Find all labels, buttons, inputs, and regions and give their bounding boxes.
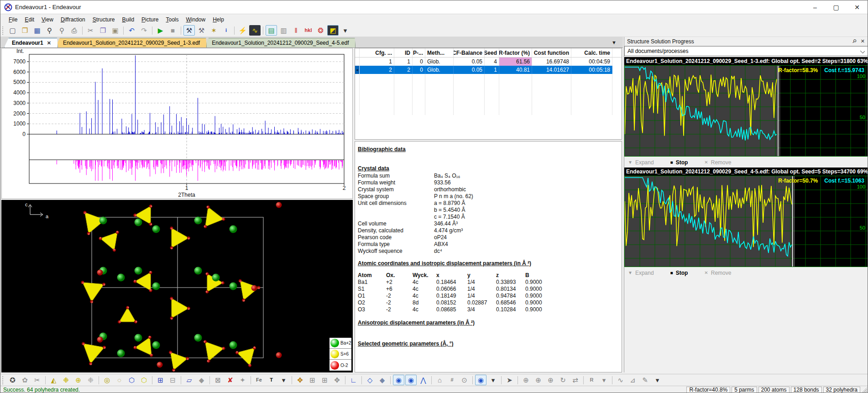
pencil-icon[interactable]: ✎ xyxy=(639,375,651,385)
render-sphere2-icon[interactable]: ◉ xyxy=(405,375,417,385)
toolbar-overflow-icon[interactable]: ▾ xyxy=(340,25,351,36)
menu-help[interactable]: Help xyxy=(209,16,228,24)
atom-dotted-icon[interactable]: ◌ xyxy=(114,375,125,385)
column-header-8[interactable]: Calc. time xyxy=(571,48,612,57)
remove-button[interactable]: ✕Remove xyxy=(704,159,731,166)
menu-file[interactable]: File xyxy=(5,16,21,24)
rotate-z-icon[interactable]: ⊕ xyxy=(545,375,556,385)
column-header-0[interactable]: Cfg. ... xyxy=(360,48,394,57)
menu-edit[interactable]: Edit xyxy=(21,16,38,24)
distance-chart-icon[interactable]: ∿ xyxy=(615,375,626,385)
remove-bonds-icon[interactable]: ✘ xyxy=(225,375,236,385)
print-icon[interactable]: ⎙ xyxy=(68,25,80,36)
wizard-icon[interactable]: ✶ xyxy=(208,25,220,36)
bond-curves-icon[interactable]: ⋀ xyxy=(418,375,429,385)
save-icon[interactable]: ▦ xyxy=(31,25,43,36)
column-header-7[interactable]: Cost function xyxy=(532,48,571,57)
menu-structure[interactable]: Structure xyxy=(89,16,119,24)
menu-build[interactable]: Build xyxy=(118,16,138,24)
menu-diffraction[interactable]: Diffraction xyxy=(57,16,89,24)
split-net-icon[interactable]: ⊟ xyxy=(167,375,178,385)
reset-dropdown-icon[interactable]: ▾ xyxy=(598,375,610,385)
table-row[interactable]: 110Glob.0.05461.5616.6974800:04:59 xyxy=(355,58,622,66)
panel-close-icon[interactable]: ✕ xyxy=(861,38,865,44)
tab-2[interactable]: Endeavour1_Solution_20241212_090029_Seed… xyxy=(55,38,207,47)
tab-close-icon[interactable]: ✕ xyxy=(47,40,51,46)
minimize-button[interactable]: – xyxy=(805,0,826,14)
crystal-view-icon[interactable]: ◩ xyxy=(327,25,339,36)
maximize-button[interactable]: ▢ xyxy=(826,0,847,14)
cluster-disabled-icon[interactable]: ❉ xyxy=(85,375,96,385)
print-preview-icon[interactable]: ⚲ xyxy=(56,25,68,36)
column-header-1[interactable]: ID xyxy=(394,48,413,57)
text-label-dropdown-icon[interactable]: ▾ xyxy=(278,375,289,385)
perspective-icon[interactable]: ⌂ xyxy=(434,375,445,385)
spike-icon[interactable]: ✦ xyxy=(237,375,248,385)
new-file-icon[interactable]: ▢ xyxy=(7,25,18,36)
column-header-5[interactable]: Seed xyxy=(485,48,499,57)
molecule-icon[interactable]: ❂ xyxy=(315,25,326,36)
sort-icon[interactable]: ⚡ xyxy=(237,25,248,36)
paste-icon[interactable]: ▣ xyxy=(110,25,121,36)
pin-icon[interactable]: ⚲ xyxy=(851,38,858,45)
crystal-structure-view[interactable]: ca Ba+2S+6O-2 xyxy=(1,200,353,372)
expand-button[interactable]: ▼Expand xyxy=(628,270,654,276)
rotate-y-icon[interactable]: ⊕ xyxy=(533,375,544,385)
angle-axes-icon[interactable]: ∟ xyxy=(348,375,359,385)
wire-frame-icon[interactable]: ◇ xyxy=(364,375,376,385)
zoom-fit-icon[interactable]: ⊞ xyxy=(307,375,318,385)
origin-icon[interactable]: ⊙ xyxy=(459,375,470,385)
polyhedra-group-icon[interactable]: ✿ xyxy=(19,375,31,385)
run-icon[interactable]: ▶ xyxy=(155,25,166,36)
menu-picture[interactable]: Picture xyxy=(138,16,162,24)
pack-box-icon[interactable]: ⊠ xyxy=(212,375,224,385)
text-label-icon[interactable]: T xyxy=(266,375,277,385)
info-icon[interactable]: i xyxy=(220,25,232,36)
open-file-icon[interactable]: ❐ xyxy=(19,25,31,36)
move-atoms-icon[interactable]: ✥ xyxy=(294,375,306,385)
cut-icon[interactable]: ✂ xyxy=(85,25,96,36)
progress-chart-icon[interactable]: ∿ xyxy=(249,25,261,36)
stick-model-icon[interactable]: ◆ xyxy=(376,375,388,385)
remove-button[interactable]: ✕Remove xyxy=(704,270,731,276)
undo-icon[interactable]: ↶ xyxy=(126,25,137,36)
zoom-extents-icon[interactable]: ⊞ xyxy=(319,375,330,385)
powder-pattern-icon[interactable]: ‖ xyxy=(290,25,302,36)
sulfate-cluster-icon[interactable]: ❉ xyxy=(60,375,72,385)
select-cursor-icon[interactable]: ➤ xyxy=(504,375,515,385)
lattice-icon[interactable]: # xyxy=(446,375,458,385)
hexagon-yellow-icon[interactable]: ⬡ xyxy=(138,375,150,385)
datasheet-icon[interactable]: ▤ xyxy=(266,25,277,36)
hexagon-blue-icon[interactable]: ⬡ xyxy=(126,375,137,385)
tab-overflow-dropdown-icon[interactable]: ▼ xyxy=(612,40,617,45)
render-mode-dropdown-icon[interactable]: ▾ xyxy=(487,375,499,385)
add-atom-icon[interactable]: ⊕ xyxy=(73,375,84,385)
pan-view-icon[interactable]: ✥ xyxy=(331,375,343,385)
reset-orientation-icon[interactable]: R xyxy=(586,375,597,385)
fill-polyhedron-icon[interactable]: ◭ xyxy=(48,375,59,385)
redo-icon[interactable]: ↷ xyxy=(138,25,150,36)
structure-solution-icon[interactable]: ⚒ xyxy=(183,25,195,36)
find-icon[interactable]: ⚲ xyxy=(44,25,55,36)
stop-button[interactable]: ■Stop xyxy=(670,270,688,276)
copy-icon[interactable]: ❐ xyxy=(97,25,109,36)
toolbar-drag-handle[interactable] xyxy=(2,376,5,384)
spin-icon[interactable]: ↻ xyxy=(557,375,569,385)
close-button[interactable]: ✕ xyxy=(847,0,868,14)
menu-window[interactable]: Window xyxy=(182,16,209,24)
hkl-list-icon[interactable]: hkl xyxy=(303,25,314,36)
measure-triangle-icon[interactable]: ⊿ xyxy=(627,375,638,385)
element-fe-icon[interactable]: Fe xyxy=(253,375,265,385)
column-header-3[interactable]: Meth... xyxy=(425,48,454,57)
expand-button[interactable]: ▼Expand xyxy=(628,159,654,166)
stop-solution-icon[interactable]: ■ xyxy=(167,25,178,36)
process-filter-combobox[interactable]: All documents/processes xyxy=(624,46,868,56)
flip-icon[interactable]: ⇄ xyxy=(570,375,581,385)
text-report-icon[interactable]: ▥ xyxy=(278,25,289,36)
net-icon[interactable]: ⊞ xyxy=(155,375,166,385)
detach-polyhedron-icon[interactable]: ✂ xyxy=(31,375,43,385)
toolbar-drag-handle[interactable] xyxy=(2,26,5,35)
render-mode-icon[interactable]: ◉ xyxy=(475,375,486,385)
cell-box-icon[interactable]: ▱ xyxy=(183,375,195,385)
atom-ring-icon[interactable]: ◎ xyxy=(101,375,113,385)
